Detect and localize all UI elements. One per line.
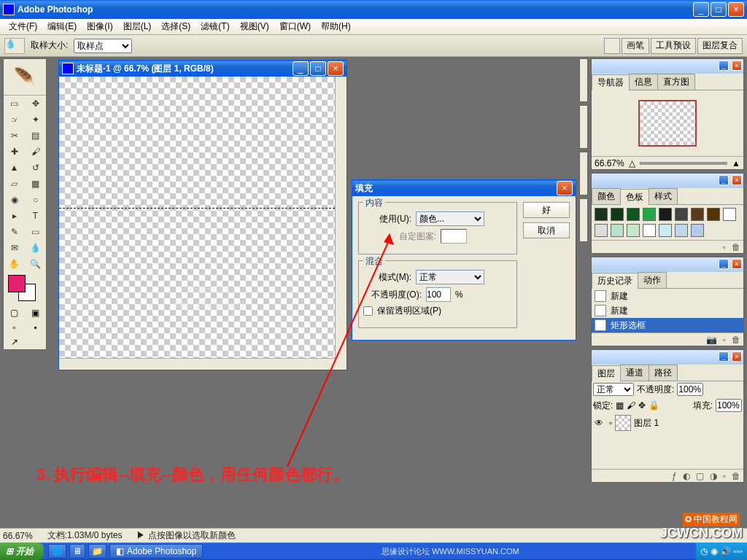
doc-maximize-button[interactable]: □ — [310, 61, 326, 76]
crop-tool[interactable]: ✂ — [4, 128, 25, 144]
nav-close-button[interactable]: × — [732, 61, 742, 71]
layer-thumbnail[interactable] — [615, 415, 631, 431]
zoom-out-icon[interactable]: △ — [629, 158, 635, 168]
delete-swatch-icon[interactable]: 🗑 — [732, 242, 740, 252]
tab-swatches[interactable]: 色板 — [620, 189, 649, 205]
new-swatch-icon[interactable]: ▫ — [723, 242, 726, 252]
visibility-icon[interactable]: 👁 — [595, 418, 606, 428]
menu-window[interactable]: 窗口(W) — [275, 19, 315, 34]
tab-info[interactable]: 信息 — [629, 74, 658, 90]
layers-close-button[interactable]: × — [732, 351, 742, 362]
adjustment-icon[interactable]: ◑ — [710, 471, 717, 481]
use-select[interactable]: 颜色... — [416, 211, 484, 226]
doc-minimize-button[interactable]: _ — [293, 61, 309, 76]
color-close-button[interactable]: × — [732, 175, 742, 185]
swatch[interactable] — [691, 224, 704, 237]
history-brush-tool[interactable]: ↺ — [25, 160, 46, 176]
blend-mode-select[interactable]: 正常 — [593, 383, 634, 396]
maximize-button[interactable]: □ — [711, 2, 727, 17]
layer-row[interactable]: 👁 ▫ 图层 1 — [592, 413, 743, 432]
eraser-tool[interactable]: ▱ — [4, 176, 25, 192]
dialog-close-button[interactable]: × — [557, 181, 573, 195]
swatch[interactable] — [707, 208, 720, 221]
new-doc-icon[interactable]: ▫ — [723, 335, 726, 345]
swatch[interactable] — [659, 208, 672, 221]
zoom-slider[interactable] — [640, 162, 727, 165]
tab-layers[interactable]: 图层 — [592, 365, 621, 381]
history-item[interactable]: 新建 — [592, 303, 743, 318]
zoom-in-icon[interactable]: ▲ — [732, 158, 740, 168]
tool-preset-icon[interactable]: 💧 — [4, 38, 25, 54]
new-layer-icon[interactable]: ▫ — [723, 471, 726, 481]
nav-min-button[interactable]: _ — [719, 61, 729, 71]
layer-name[interactable]: 图层 1 — [634, 417, 659, 429]
dodge-tool[interactable]: ○ — [25, 192, 46, 208]
history-item[interactable]: 矩形选框 — [592, 318, 743, 332]
delete-history-icon[interactable]: 🗑 — [732, 335, 740, 345]
lock-pixels-icon[interactable]: 🖌 — [627, 400, 635, 411]
lock-position-icon[interactable]: ✥ — [638, 400, 646, 411]
eyedropper-tool[interactable]: 💧 — [25, 240, 46, 256]
sample-size-select[interactable]: 取样点 — [74, 39, 132, 53]
menu-image[interactable]: 图像(I) — [82, 19, 117, 34]
tab-layer-comps[interactable]: 图层复合 — [697, 38, 743, 54]
taskbar-app[interactable]: ◧ Adobe Photoshop — [109, 544, 203, 559]
swatch[interactable] — [675, 208, 688, 221]
menu-file[interactable]: 文件(F) — [4, 19, 42, 34]
opacity-input[interactable] — [426, 287, 451, 302]
fill-input[interactable] — [716, 399, 742, 412]
menu-select[interactable]: 选择(S) — [157, 19, 195, 34]
delete-layer-icon[interactable]: 🗑 — [732, 471, 740, 481]
close-button[interactable]: × — [728, 2, 744, 17]
menu-edit[interactable]: 编辑(E) — [43, 19, 81, 34]
ok-button[interactable]: 好 — [523, 202, 570, 218]
swatch[interactable] — [675, 224, 688, 237]
collapsed-panel-3[interactable] — [579, 152, 588, 195]
shape-tool[interactable]: ▭ — [25, 224, 46, 240]
tab-brushes[interactable]: 画笔 — [622, 38, 649, 54]
collapsed-panel-2[interactable] — [579, 105, 588, 149]
screen-mode-1-icon[interactable]: ▫ — [4, 320, 25, 335]
layer-mask-icon[interactable]: ◐ — [683, 471, 690, 481]
swatch[interactable] — [595, 208, 608, 221]
hand-tool[interactable]: ✋ — [4, 256, 25, 272]
preserve-transparency-checkbox[interactable] — [363, 306, 373, 316]
menu-view[interactable]: 视图(V) — [236, 19, 274, 34]
lasso-tool[interactable]: ⟉ — [4, 112, 25, 128]
blur-tool[interactable]: ◉ — [4, 192, 25, 208]
lock-transparency-icon[interactable]: ▦ — [616, 400, 624, 411]
new-snapshot-icon[interactable]: 📷 — [706, 335, 717, 345]
system-tray[interactable]: ◷ ◉ 🔊 ▫▫▫ — [696, 542, 747, 560]
minimize-button[interactable]: _ — [693, 2, 709, 17]
new-group-icon[interactable]: ▢ — [696, 471, 704, 481]
swatch[interactable] — [595, 224, 608, 237]
tab-styles[interactable]: 样式 — [649, 188, 678, 204]
tab-histogram[interactable]: 直方图 — [657, 74, 695, 90]
lock-all-icon[interactable]: 🔒 — [649, 400, 659, 411]
history-item[interactable]: 新建 — [592, 289, 743, 303]
quickmask-mode-icon[interactable]: ▣ — [25, 306, 46, 320]
notes-tool[interactable]: ✉ — [4, 240, 25, 256]
link-icon[interactable]: ▫ — [609, 418, 612, 428]
quicklaunch-2[interactable]: 🖥 — [69, 544, 85, 559]
layer-style-icon[interactable]: ƒ — [672, 471, 677, 481]
swatch[interactable] — [611, 224, 624, 237]
swatch[interactable] — [659, 224, 672, 237]
swatch[interactable] — [643, 224, 656, 237]
doc-close-button[interactable]: × — [328, 61, 344, 76]
status-docinfo[interactable]: 文档:1.03M/0 bytes — [47, 529, 123, 542]
screen-mode-2-icon[interactable]: ▪ — [25, 320, 46, 335]
menu-help[interactable]: 帮助(H) — [317, 19, 355, 34]
collapsed-panel-4[interactable] — [579, 198, 588, 242]
hist-min-button[interactable]: _ — [719, 259, 729, 269]
swatches-grid[interactable] — [592, 205, 743, 240]
slice-tool[interactable]: ▤ — [25, 128, 46, 144]
standard-mode-icon[interactable]: ▢ — [4, 306, 25, 320]
quicklaunch-3[interactable]: 📁 — [88, 544, 107, 559]
swatch[interactable] — [691, 208, 704, 221]
swatch[interactable] — [627, 208, 640, 221]
swatch[interactable] — [627, 224, 640, 237]
canvas[interactable]: PS教程论坛BBS.16XX8.COM — [59, 77, 335, 358]
swatch[interactable] — [643, 208, 656, 221]
palette-well-icon[interactable] — [604, 38, 620, 54]
